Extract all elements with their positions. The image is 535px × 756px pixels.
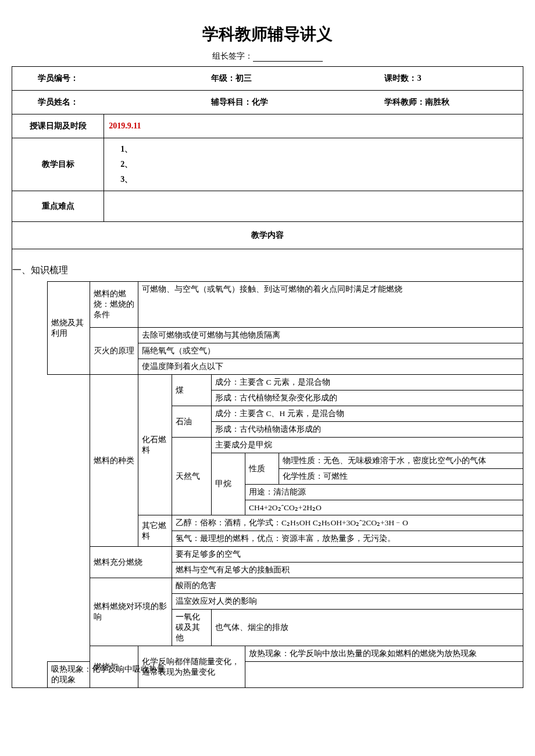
fossil-fuel-label: 化石燃料 <box>138 375 172 515</box>
methane-chem: 化学性质：可燃性 <box>279 469 523 485</box>
signature-label: 组长签字： <box>212 52 253 60</box>
full-burn-1: 要有足够多的空气 <box>172 547 523 562</box>
oil-comp: 成分：主要含 C、H 元素，是混合物 <box>212 406 523 422</box>
coal-label: 煤 <box>172 375 212 406</box>
fuel-types-label: 燃料的种类 <box>90 375 138 547</box>
natgas-label: 天然气 <box>172 438 212 515</box>
signature-line: 组长签字： <box>12 51 523 62</box>
oil-form: 形成：古代动植物遗体形成的 <box>212 422 523 438</box>
hours-cell: 课时数：3 <box>380 67 523 91</box>
env-3a: 一氧化碳及其他 <box>172 610 212 646</box>
date-label: 授课日期及时段 <box>12 114 104 138</box>
student-name-label: 学员姓名： <box>12 91 104 114</box>
lvl1-combustion: 燃烧及其利用 <box>48 282 90 375</box>
ethanol-text: 乙醇：俗称：酒精，化学式：C₂H₅OH C₂H₅OH+3O₂ˆ2CO₂+3H﹣O <box>172 515 523 531</box>
other-fuel-label: 其它燃料 <box>138 515 172 547</box>
env-label: 燃料燃烧对环境的影响 <box>90 578 172 646</box>
grade-cell: 年级：初三 <box>206 67 380 91</box>
fire-principle-1: 去除可燃物或使可燃物与其他物质隔离 <box>138 328 523 343</box>
student-id-label: 学员编号： <box>12 67 104 91</box>
goal-values: 1、 2、 3、 <box>104 138 523 191</box>
date-value: 2019.9.11 <box>104 114 523 138</box>
fire-principle-2: 隔绝氧气（或空气） <box>138 343 523 359</box>
hydrogen-text: 氢气：最理想的燃料，优点：资源丰富，放热量多，无污染。 <box>172 531 523 547</box>
knowledge-table: 燃烧及其利用 燃料的燃烧：燃烧的条件 可燃物、与空气（或氧气）接触、到达可燃物的… <box>47 281 523 687</box>
coal-comp: 成分：主要含 C 元素，是混合物 <box>212 375 523 390</box>
content-header: 教学内容 <box>12 222 523 249</box>
fire-principle-3: 使温度降到着火点以下 <box>138 359 523 375</box>
endo-text: 吸热现象：化学反响中吸收热量的现象 <box>48 662 172 688</box>
fire-principle-label: 灭火的原理 <box>90 328 138 375</box>
teacher-cell: 学科教师：南胜秋 <box>380 91 523 114</box>
subject-cell: 辅导科目：化学 <box>206 91 380 114</box>
exo-text: 放热现象：化学反响中放出热量的现象如燃料的燃烧为放热现象 <box>245 646 523 662</box>
oil-label: 石油 <box>172 406 212 438</box>
page-title: 学科教师辅导讲义 <box>12 23 523 45</box>
methane-phys: 物理性质：无色、无味极难溶于水，密度比空气小的气体 <box>279 453 523 469</box>
methane-use: 用途：清洁能源 <box>245 485 523 500</box>
methane-label: 甲烷 <box>212 453 245 515</box>
full-burn-label: 燃料充分燃烧 <box>90 547 172 578</box>
combustion-conditions-text: 可燃物、与空气（或氧气）接触、到达可燃物的着火点同时满足才能燃烧 <box>138 282 523 328</box>
keypoint-label: 重点难点 <box>12 191 104 222</box>
full-burn-2: 燃料与空气有足够大的接触面积 <box>172 562 523 578</box>
coal-form: 形成：古代植物经复杂变化形成的 <box>212 390 523 406</box>
env-1: 酸雨的危害 <box>172 578 523 594</box>
env-2: 温室效应对人类的影响 <box>172 594 523 610</box>
natgas-main: 主要成分是甲烷 <box>212 438 523 453</box>
combustion-conditions-label: 燃料的燃烧：燃烧的条件 <box>90 282 138 328</box>
methane-eq: CH4+2O₂ˆCO₂+2H₂O <box>245 500 523 515</box>
section-1-title: 一、知识梳理 <box>12 264 523 277</box>
property-label: 性质 <box>245 453 279 485</box>
header-table: 学员编号： 年级：初三 课时数：3 学员姓名： 辅导科目：化学 学科教师：南胜秋… <box>12 66 523 249</box>
env-3b: 也气体、烟尘的排放 <box>212 610 523 646</box>
goal-label: 教学目标 <box>12 138 104 191</box>
